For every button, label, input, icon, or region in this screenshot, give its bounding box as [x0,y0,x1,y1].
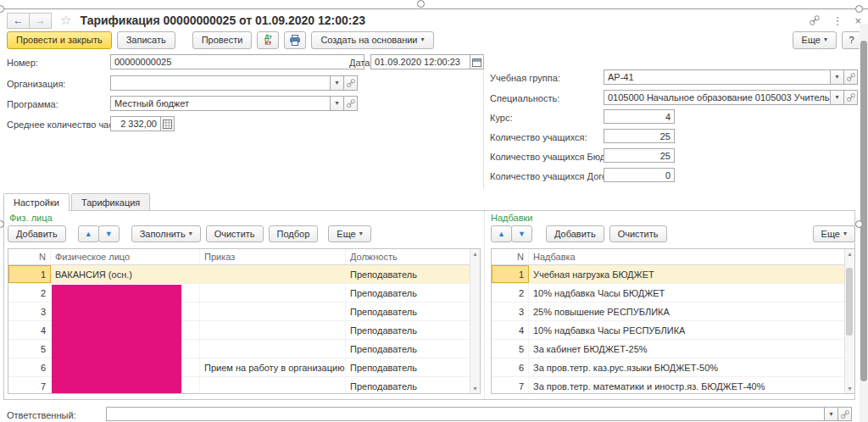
program-dropdown-button[interactable]: ▾ [330,96,344,111]
arrow-down-icon: ▼ [105,230,113,238]
link-icon[interactable] [810,15,820,25]
scrollbar-thumb[interactable] [846,268,853,336]
students-contract-field[interactable]: 0 [604,168,675,182]
allowances-table-body: 1Учебная нагрузка БЮДЖЕТ210% надбавка Ча… [492,265,844,394]
tab-settings[interactable]: Настройки [3,193,70,211]
column-header-allowance: Надбавка [529,249,844,264]
column-header-n: N [492,249,529,264]
allowances-clear-button[interactable]: Очистить [609,225,667,242]
row-number-cell: 5 [492,340,529,358]
position-cell: Преподаватель [346,358,470,376]
persons-add-button[interactable]: Добавить [8,225,66,242]
link-icon [347,99,355,108]
persons-move-down-button[interactable]: ▼ [98,225,120,242]
date-label: Дата: [349,58,372,68]
order-cell [200,377,346,394]
persons-more-button[interactable]: Еще ▾ [328,225,370,242]
post-button[interactable]: Провести [192,31,253,49]
calendar-button[interactable] [470,54,484,69]
print-button[interactable] [284,31,306,49]
students-budget-field[interactable]: 25 [604,148,675,163]
chevron-down-icon: ▾ [824,36,827,43]
allowances-table-row[interactable]: 1Учебная нагрузка БЮДЖЕТ [492,265,844,284]
chevron-down-icon: ▾ [843,230,847,237]
printer-icon [289,35,301,46]
responsible-field[interactable] [106,407,825,421]
arrow-down-icon: ▼ [518,230,526,238]
specialty-field[interactable]: 0105000 Начальное образование 0105003 Уч… [604,90,831,105]
write-button[interactable]: Записать [117,31,175,49]
avg-hours-label: Среднее количество часов: [7,119,126,130]
study-group-combo: АР-41 ▾ [604,69,858,85]
tab-tariffication[interactable]: Тарификация [71,193,150,210]
allowances-toolbar: ▲ ▼ Добавить Очистить Еще ▾ [491,225,855,243]
back-button[interactable]: ← [7,13,30,29]
study-group-dropdown-button[interactable]: ▾ [830,69,844,85]
chevron-down-icon: ▾ [835,94,838,101]
study-group-open-link-button[interactable] [843,69,858,85]
persons-fill-button[interactable]: Заполнить ▾ [131,225,201,242]
person-cell: ВАКАНСИЯ (осн.) [51,265,200,283]
allowances-table-row[interactable]: 6За пров.тетр. каз.рус.языки БЮДЖЕТ-50% [492,358,844,377]
program-label: Программа: [7,99,58,109]
document-movements-button[interactable]: ДтКт [257,31,279,49]
allowances-table-row[interactable]: 7За пров.тетр. математики и иностр.яз. Б… [492,377,844,394]
organization-combo: ▾ [110,75,358,91]
responsible-open-link-button[interactable] [837,407,852,421]
chevron-down-icon: ▾ [421,36,425,43]
position-cell: Преподаватель [346,340,470,358]
help-button[interactable]: ? [842,31,861,49]
responsible-dropdown-button[interactable]: ▾ [824,407,838,421]
allowances-add-button[interactable]: Добавить [546,225,604,242]
persons-pick-button[interactable]: Подбор [269,225,319,242]
forward-button[interactable]: → [29,13,52,29]
row-number-cell: 6 [492,358,529,376]
create-based-on-button[interactable]: Создать на основании ▾ [311,31,433,49]
crop-handle-top-right [855,5,863,13]
avg-hours-field[interactable]: 2 332,00 [110,116,161,131]
favorite-star-icon[interactable]: ☆ [60,13,71,28]
program-field[interactable]: Местный бюджет [110,96,331,111]
link-icon [841,410,849,419]
allowance-cell: 10% надбавка Часы БЮДЖЕТ [529,284,844,302]
persons-table-row[interactable]: 1ВАКАНСИЯ (осн.)Преподаватель [8,265,470,284]
calculator-button[interactable] [160,116,175,131]
allowances-table-header: N Надбавка [492,249,844,265]
order-cell [200,284,346,302]
specialty-dropdown-button[interactable]: ▾ [830,90,844,105]
forward-icon: → [36,14,46,26]
organization-open-link-button[interactable] [343,75,358,91]
more-button[interactable]: Еще ▾ [793,31,837,49]
allowances-move-down-button[interactable]: ▼ [511,225,532,242]
organization-dropdown-button[interactable]: ▾ [330,75,344,91]
chevron-down-icon: ▾ [335,80,338,86]
kebab-menu-icon[interactable]: ⋮ [832,15,843,26]
command-bar: Провести и закрыть Записать Провести ДтК… [7,31,861,49]
students-field[interactable]: 25 [604,129,675,143]
organization-field[interactable] [110,75,331,91]
students-label: Количество учащихся: [490,132,587,142]
allowances-table-row[interactable]: 325% повышение РЕСПУБЛИКА [492,303,844,321]
form-separator [483,54,484,188]
allowances-more-button[interactable]: Еще ▾ [813,225,855,242]
allowances-table-row[interactable]: 410% надбавка Часы РЕСПУБЛИКА [492,321,844,340]
persons-clear-button[interactable]: Очистить [206,225,264,242]
allowances-move-up-button[interactable]: ▲ [491,225,512,242]
tariffication-document-window: ← → ☆ Тарификация 00000000025 от 01.09.2… [0,0,868,422]
allowances-table-row[interactable]: 210% надбавка Часы БЮДЖЕТ [492,284,844,303]
course-field[interactable]: 4 [604,109,675,124]
number-field[interactable]: 00000000025 [110,54,364,69]
allowances-table-row[interactable]: 5За кабинет БЮДЖЕТ-25% [492,340,844,358]
responsible-combo: ▾ [106,407,852,422]
persons-table-scrollbar[interactable]: ▲ ▼ [470,249,480,393]
arrow-up-icon: ▲ [85,230,92,238]
study-group-field[interactable]: АР-41 [604,69,831,85]
persons-move-up-button[interactable]: ▲ [78,225,99,242]
row-number-cell: 2 [492,284,529,302]
page-title: Тарификация 00000000025 от 01.09.2020 12… [80,14,365,27]
post-and-close-button[interactable]: Провести и закрыть [7,31,112,49]
window-scrollbar-thumb[interactable] [860,41,867,381]
specialty-open-link-button[interactable] [843,90,858,105]
program-open-link-button[interactable] [343,96,358,111]
date-field[interactable]: 01.09.2020 12:00:23 [370,54,470,69]
